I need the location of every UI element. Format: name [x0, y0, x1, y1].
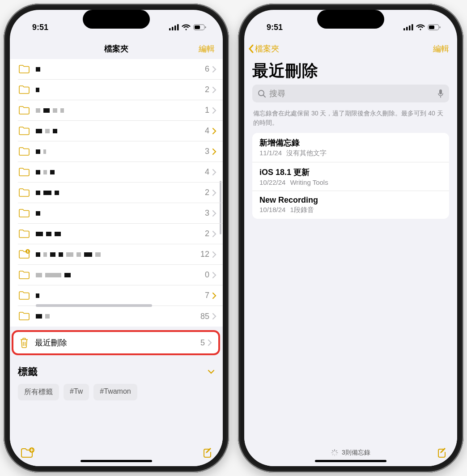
- folder-count: 85: [200, 312, 209, 321]
- folder-count: 0: [205, 270, 209, 280]
- folder-count: 7: [205, 291, 209, 300]
- folder-name-redacted: [36, 244, 200, 264]
- home-indicator[interactable]: [315, 460, 386, 462]
- folder-row[interactable]: 2: [18, 80, 223, 100]
- chevron-right-icon: [212, 169, 217, 176]
- new-folder-icon[interactable]: [20, 446, 35, 459]
- chevron-down-icon[interactable]: [208, 370, 215, 374]
- folder-row[interactable]: 4: [18, 121, 223, 141]
- mic-icon[interactable]: [437, 89, 444, 98]
- tag-chip[interactable]: 所有標籤: [18, 384, 59, 400]
- search-placeholder: 搜尋: [269, 88, 434, 99]
- chevron-right-icon: [212, 230, 217, 238]
- cellular-icon: [403, 24, 413, 30]
- search-icon: [258, 89, 266, 98]
- chevron-right-icon: [212, 292, 217, 299]
- folder-count: 12: [200, 250, 209, 259]
- folder-name-redacted: [36, 100, 205, 120]
- compose-icon[interactable]: [201, 447, 213, 459]
- home-indicator[interactable]: [81, 460, 152, 462]
- folder-count: 4: [205, 167, 209, 177]
- recently-deleted-row[interactable]: 最近刪除 5: [17, 333, 215, 353]
- folder-row[interactable]: 4: [18, 162, 223, 183]
- note-date: 10/22/24: [259, 178, 285, 186]
- svg-line-23: [332, 450, 333, 451]
- tag-chip[interactable]: #Tw: [64, 384, 89, 400]
- folder-count: 6: [205, 64, 209, 74]
- svg-rect-1: [172, 27, 174, 30]
- note-row[interactable]: iOS 18.1 更新10/22/24Writing Tools: [252, 162, 449, 191]
- folder-row[interactable]: 12: [18, 244, 223, 265]
- svg-rect-6: [205, 26, 206, 28]
- note-preview: Writing Tools: [290, 178, 328, 186]
- folder-icon: [18, 64, 30, 75]
- folder-icon: [18, 310, 30, 322]
- svg-rect-12: [409, 26, 411, 30]
- svg-line-25: [332, 454, 333, 455]
- note-title: New Recording: [259, 196, 442, 205]
- search-field[interactable]: 搜尋: [252, 85, 449, 102]
- folder-name-redacted: [36, 203, 205, 223]
- tags-title: 標籤: [18, 365, 38, 378]
- dynamic-island: [83, 10, 150, 29]
- toolbar: 3則備忘錄: [244, 439, 457, 466]
- folder-row[interactable]: 85: [18, 306, 223, 327]
- battery-icon: [193, 24, 207, 30]
- folder-name-redacted: [36, 121, 205, 141]
- note-row[interactable]: New Recording10/18/241段錄音: [252, 191, 449, 219]
- chevron-right-icon: [212, 189, 217, 196]
- svg-rect-2: [174, 26, 176, 30]
- folder-row[interactable]: 3: [18, 203, 223, 224]
- nav-bar: 檔案夾 編輯: [10, 38, 223, 59]
- svg-rect-16: [440, 26, 441, 28]
- status-time: 9:51: [32, 23, 48, 32]
- nav-title: 檔案夾: [104, 43, 128, 54]
- chevron-right-icon: [212, 313, 217, 320]
- svg-rect-10: [403, 28, 405, 30]
- chevron-right-icon: [212, 210, 217, 217]
- recently-deleted-label: 最近刪除: [35, 337, 200, 348]
- folder-name-redacted: [36, 224, 205, 244]
- svg-line-26: [336, 450, 337, 451]
- wifi-icon: [182, 24, 191, 30]
- tags-section: 標籤 所有標籤#Tw#Twamon: [10, 357, 223, 400]
- folder-icon: [18, 269, 30, 281]
- note-row[interactable]: 新增備忘錄11/1/24沒有其他文字: [252, 133, 449, 162]
- folder-icon: [18, 125, 30, 137]
- phone-frame-right: 9:51 檔案夾 編輯 最近刪除 搜尋 備忘錄會: [238, 4, 463, 472]
- chevron-right-icon: [212, 251, 217, 258]
- folder-row[interactable]: 2: [18, 224, 223, 244]
- folder-name-redacted: [36, 162, 205, 182]
- folder-row[interactable]: 7: [18, 285, 223, 306]
- folders-content: 621434232120785 最近刪除 5 標籤 所有標籤#Tw#Twamon: [10, 59, 223, 439]
- folder-icon: [18, 208, 30, 219]
- folder-name-redacted: [36, 141, 205, 162]
- folder-row[interactable]: 1: [18, 100, 223, 121]
- compose-icon[interactable]: [436, 447, 447, 459]
- folder-icon: [18, 84, 30, 96]
- edit-button[interactable]: 編輯: [433, 43, 449, 54]
- chevron-left-icon: [248, 44, 254, 54]
- status-time: 9:51: [267, 23, 283, 32]
- svg-rect-13: [412, 24, 413, 30]
- folder-row[interactable]: 3: [18, 141, 223, 162]
- folder-icon: [18, 228, 30, 240]
- back-button[interactable]: 檔案夾: [248, 43, 279, 54]
- folder-count: 2: [205, 229, 209, 238]
- folder-row[interactable]: 0: [18, 265, 223, 285]
- folder-icon: [18, 290, 30, 302]
- page-title: 最近刪除: [252, 60, 449, 82]
- edit-button[interactable]: 編輯: [199, 43, 215, 54]
- note-title: iOS 18.1 更新: [259, 167, 442, 178]
- svg-line-24: [336, 454, 337, 455]
- folder-icon: [18, 249, 30, 260]
- svg-rect-15: [429, 26, 434, 29]
- folder-count: 2: [205, 85, 209, 94]
- folder-icon: [18, 166, 30, 178]
- folder-count: 1: [205, 106, 209, 115]
- folder-row[interactable]: 2: [18, 183, 223, 203]
- tag-chip[interactable]: #Twamon: [93, 384, 137, 400]
- note-title: 新增備忘錄: [259, 137, 442, 148]
- folder-row[interactable]: 6: [18, 59, 223, 80]
- battery-icon: [428, 24, 441, 30]
